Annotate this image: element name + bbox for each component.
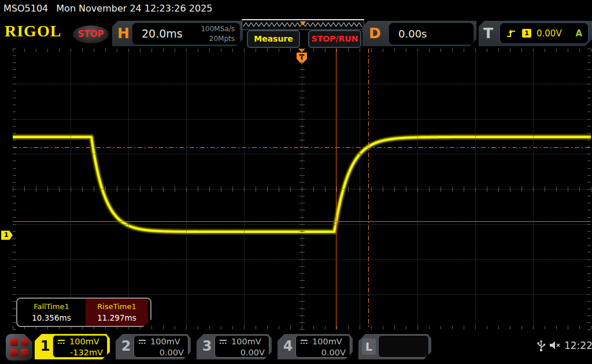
grid-tick	[556, 187, 557, 192]
grid-tick	[290, 187, 291, 192]
dc-coupling-icon	[300, 339, 309, 344]
grid-tick	[36, 187, 36, 192]
horizontal-value-box[interactable]: 20.0ms 100MSa/s 20Mpts	[132, 23, 240, 45]
grid-tick	[186, 187, 187, 192]
grid-tick	[299, 280, 305, 281]
grid-tick	[299, 329, 305, 330]
grid-tick	[383, 326, 383, 329]
grid-tick	[383, 49, 383, 52]
grid-tick	[256, 187, 256, 192]
grid-tick	[13, 273, 16, 274]
grid-tick	[587, 196, 591, 196]
grid-tick	[299, 98, 305, 98]
grid-tick	[587, 238, 591, 239]
horizontal-key-label: H	[117, 21, 130, 46]
grid-tick	[13, 133, 16, 133]
grid-tick	[587, 62, 591, 63]
grid-tick	[13, 112, 16, 112]
grid-tick	[587, 98, 591, 98]
grid-tick	[13, 175, 16, 176]
upper-threshold-line	[13, 147, 591, 148]
grid-tick	[441, 187, 441, 192]
logic-channels-box[interactable]: L 0 1 2 3 4 5 6 7 8 9 1011 12131415	[358, 334, 431, 359]
delay-panel[interactable]: D 0.00s	[362, 21, 476, 46]
grid-tick	[313, 326, 314, 329]
grid-tick	[163, 49, 164, 52]
grid-tick	[464, 326, 464, 329]
memory-position-bar[interactable]	[242, 19, 364, 30]
grid-tick	[591, 187, 591, 192]
grid-tick	[13, 62, 16, 63]
grid-tick	[521, 187, 522, 192]
channel-number: 4	[282, 338, 294, 354]
grid-tick	[13, 210, 16, 210]
grid-tick	[290, 49, 291, 52]
trigger-level-value[interactable]: 0.00V	[536, 28, 562, 39]
grid-tick	[117, 187, 117, 192]
grid-tick	[587, 105, 591, 105]
grid-tick	[360, 49, 360, 52]
measurement-results-panel[interactable]: FallTime1 10.356ms RiseTime1 11.297ms	[16, 298, 151, 327]
trigger-value-box[interactable]: 1 0.00V A	[500, 23, 589, 44]
horizontal-panel[interactable]: H 20.0ms 100MSa/s 20Mpts	[112, 21, 243, 46]
grid-tick	[587, 315, 591, 316]
grid-tick	[279, 326, 279, 329]
delay-value[interactable]: 0.00s	[398, 28, 427, 40]
grid-tick	[587, 217, 591, 218]
grid-tick	[299, 273, 305, 274]
menu-grid-button[interactable]	[6, 334, 32, 361]
channel-scale: 100mV	[312, 336, 342, 347]
grid-tick	[452, 326, 453, 329]
grid-tick	[13, 91, 16, 91]
grid-tick	[151, 187, 152, 192]
dc-coupling-icon	[138, 339, 147, 344]
channel3-status-box[interactable]: 3 100mV 0.00V	[197, 334, 272, 359]
grid-tick	[587, 309, 591, 309]
timebase-value[interactable]: 20.0ms	[142, 27, 183, 40]
grid-tick	[371, 326, 372, 329]
delay-value-box[interactable]: 0.00s	[388, 23, 474, 45]
channel2-status-box[interactable]: 2 100mV 0.00V	[116, 334, 191, 359]
grid-tick	[587, 210, 591, 210]
grid-tick	[47, 49, 48, 52]
grid-tick	[406, 187, 406, 192]
stop-run-button[interactable]: STOP/RUN	[308, 30, 361, 48]
brand-logo: RIGOL	[5, 22, 61, 40]
grid-tick	[244, 187, 245, 192]
grid-tick	[13, 154, 16, 154]
grid-tick	[299, 49, 305, 49]
grid-tick	[336, 326, 337, 329]
grid-tick	[94, 49, 94, 52]
waveform-display[interactable]: T	[13, 49, 591, 329]
grid-tick	[209, 49, 210, 52]
grid-tick	[487, 49, 487, 52]
grid-tick	[13, 266, 16, 267]
trigger-source-badge[interactable]: 1	[522, 29, 531, 38]
grid-tick	[186, 49, 187, 52]
measurement-risetime[interactable]: RiseTime1 11.297ms	[86, 299, 148, 326]
grid-tick	[521, 326, 522, 329]
usb-icon	[536, 339, 546, 352]
grid-tick	[299, 126, 305, 127]
grid-tick	[587, 69, 591, 70]
lower-threshold-line	[13, 221, 591, 222]
measure-button[interactable]: Measure	[247, 30, 300, 48]
grid-tick	[256, 49, 256, 52]
run-state-indicator[interactable]: STOP	[73, 25, 109, 43]
speaker-muted-icon[interactable]	[549, 340, 562, 350]
grid-tick	[299, 224, 305, 225]
measurement-falltime[interactable]: FallTime1 10.356ms	[17, 299, 86, 326]
memory-depth: 20Mpts	[201, 34, 235, 44]
channel-number: 1	[39, 338, 51, 354]
grid-tick	[299, 210, 305, 210]
grid-tick	[299, 119, 305, 120]
measurement-name: FallTime1	[17, 302, 86, 313]
memory-position-marker[interactable]	[300, 21, 306, 25]
grid-tick	[591, 49, 591, 52]
grid-tick	[587, 231, 591, 232]
trigger-panel[interactable]: T 1 0.00V A	[479, 21, 592, 46]
grid-tick	[587, 119, 591, 120]
channel1-position-marker[interactable]: 1	[1, 231, 13, 240]
channel4-status-box[interactable]: 4 100mV 0.00V	[278, 334, 353, 359]
channel1-status-box[interactable]: 1 100mV -132mV	[35, 334, 110, 359]
